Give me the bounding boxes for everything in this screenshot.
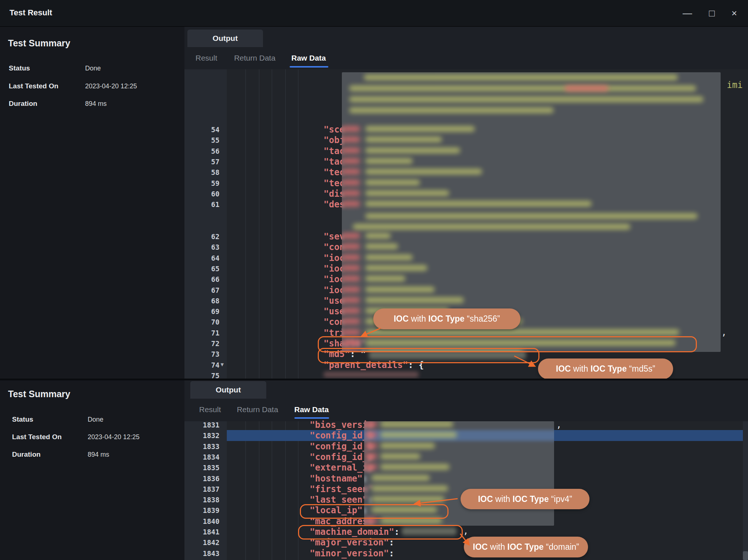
blur-bar — [364, 421, 377, 427]
blur-bar — [365, 297, 464, 303]
code-text: "external_ip — [310, 462, 373, 473]
blur-bar — [365, 169, 482, 174]
blur-bar — [365, 233, 391, 239]
blur-bar — [365, 287, 435, 292]
line-number: 60 — [184, 188, 220, 199]
ioc-annotation-md5s: IOC with IOC Type “md5s” — [538, 358, 673, 379]
line-number: 1832 — [184, 430, 220, 441]
line-number: 54 — [184, 124, 220, 135]
subtab-result[interactable]: Result — [190, 404, 230, 415]
trailing-comma: , — [463, 526, 468, 537]
summary-value-last-tested: 2023-04-20 12:25 — [85, 83, 137, 90]
vertical-scrollbar[interactable] — [743, 421, 748, 560]
blur-bar — [365, 190, 449, 196]
window-controls: — □ × — [683, 0, 737, 26]
panel-top: Test Summary Status Done Last Tested On … — [0, 26, 748, 379]
subtab-raw-data[interactable]: Raw Data — [291, 404, 332, 415]
blur-bar — [365, 276, 405, 281]
code-text: "config_id_b — [310, 441, 373, 452]
minimize-icon[interactable]: — — [683, 8, 692, 18]
overflow-text-fragment: imi — [727, 80, 743, 91]
blur-bar — [565, 85, 608, 91]
blur-bar — [342, 180, 360, 185]
blur-bar — [342, 308, 360, 314]
code-text: "last_seen": — [310, 494, 373, 505]
code-line: 1843"minor_version": — [0, 548, 748, 559]
line-number: 64 — [184, 253, 220, 264]
blur-bar — [364, 432, 377, 438]
line-number: 67 — [184, 285, 220, 296]
line-number: 61 — [184, 199, 220, 210]
line-number: 1831 — [184, 419, 220, 430]
blur-bar — [342, 287, 360, 292]
line-number: 55 — [184, 135, 220, 146]
line-number: 69 — [184, 306, 220, 317]
ioc-annotation-sha256: IOC with IOC Type “sha256” — [373, 308, 520, 329]
line-number: 73 — [184, 349, 220, 360]
line-number: 1839 — [184, 505, 220, 516]
blur-bar — [365, 213, 698, 219]
blur-bar — [342, 297, 360, 303]
line-number: 70 — [184, 317, 220, 327]
blur-bar — [365, 254, 413, 260]
blur-bar — [365, 265, 427, 271]
blur-bar — [342, 233, 360, 239]
blur-bar — [353, 224, 630, 230]
scrollbar-thumb[interactable] — [743, 551, 748, 560]
summary-title: Test Summary — [8, 389, 70, 399]
summary-value-status: Done — [85, 65, 101, 72]
line-number: 66 — [184, 274, 220, 285]
blur-bar — [364, 453, 377, 459]
line-number: 1842 — [184, 537, 220, 548]
code-text: "hostname": — [310, 473, 368, 484]
blur-bar — [342, 147, 360, 153]
ioc-annotation-ipv4: IOC with IOC Type “ipv4” — [461, 489, 589, 509]
subtab-return-data[interactable]: Return Data — [230, 404, 285, 415]
window-title: Test Result — [9, 8, 52, 18]
line-number: 1836 — [184, 473, 220, 484]
blur-bar — [380, 443, 435, 449]
line-number: 71 — [184, 327, 220, 338]
code-text: "minor_version": — [310, 548, 394, 559]
line-number: 72 — [184, 338, 220, 349]
summary-title: Test Summary — [8, 38, 70, 49]
blur-bar — [364, 464, 377, 470]
trailing-comma: , — [721, 327, 726, 338]
blur-bar — [342, 318, 360, 324]
blur-bar — [371, 475, 430, 481]
blur-bar — [365, 158, 413, 164]
line-number: 57 — [184, 156, 220, 167]
ioc-annotation-domain: IOC with IOC Type “domain” — [464, 537, 588, 557]
tab-output[interactable]: Output — [190, 381, 266, 399]
code-text: "config_id_p — [310, 452, 373, 463]
subtab-return-data[interactable]: Return Data — [228, 53, 281, 64]
line-number: 63 — [184, 242, 220, 253]
blur-bar — [342, 254, 360, 260]
maximize-icon[interactable]: □ — [709, 8, 715, 18]
blur-bar — [380, 453, 420, 459]
line-number: 1833 — [184, 441, 220, 452]
blur-bar — [349, 107, 554, 113]
ioc-highlight-box-md5 — [318, 348, 539, 363]
collapse-caret-icon[interactable]: ▾ — [221, 361, 224, 368]
blur-bar — [342, 329, 360, 335]
blur-bar — [380, 464, 450, 470]
subtab-raw-data[interactable]: Raw Data — [289, 53, 329, 64]
blur-bar — [365, 147, 460, 153]
line-number: 1834 — [184, 452, 220, 463]
blur-bar — [342, 201, 360, 207]
subtab-result[interactable]: Result — [186, 53, 226, 64]
titlebar: Test Result — □ × — [0, 0, 748, 27]
blur-bar — [365, 201, 592, 207]
summary-label-last-tested: Last Tested On — [9, 82, 58, 90]
tab-output[interactable]: Output — [187, 30, 263, 47]
blur-bar — [349, 96, 703, 102]
line-number: 65 — [184, 263, 220, 274]
blur-bar — [365, 243, 398, 249]
active-tab-underline — [290, 66, 328, 68]
blur-bar — [342, 265, 360, 271]
close-icon[interactable]: × — [732, 8, 737, 18]
line-number: 58 — [184, 167, 220, 178]
blur-bar — [365, 180, 420, 185]
blur-bar — [371, 496, 444, 502]
